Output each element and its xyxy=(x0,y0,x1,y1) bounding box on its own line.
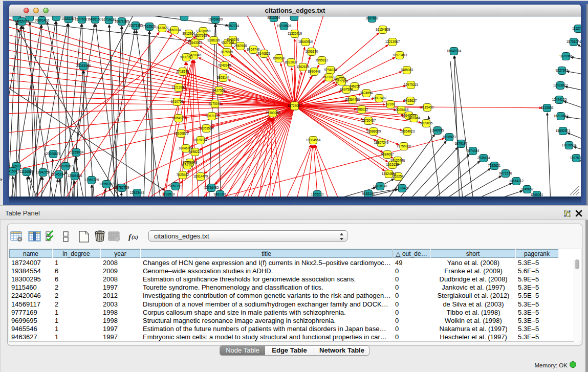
svg-text:8912954: 8912954 xyxy=(183,32,195,35)
svg-text:16543362: 16543362 xyxy=(188,41,203,45)
svg-text:5498222: 5498222 xyxy=(189,150,202,154)
svg-text:9899695: 9899695 xyxy=(420,121,433,125)
svg-text:9857791: 9857791 xyxy=(169,184,182,188)
svg-text:3624554: 3624554 xyxy=(360,91,373,95)
svg-text:9463627: 9463627 xyxy=(404,99,417,102)
svg-text:12213382: 12213382 xyxy=(171,85,186,89)
svg-text:16053809: 16053809 xyxy=(208,17,223,21)
svg-text:15692971: 15692971 xyxy=(556,129,571,133)
svg-text:2803144: 2803144 xyxy=(217,76,230,79)
svg-text:15716485: 15716485 xyxy=(204,186,219,189)
svg-text:16154808: 16154808 xyxy=(376,28,390,31)
svg-text:62160: 62160 xyxy=(386,102,395,106)
svg-text:8878334: 8878334 xyxy=(194,138,207,142)
svg-text:4170041: 4170041 xyxy=(209,102,222,105)
svg-text:9115460: 9115460 xyxy=(421,105,434,109)
svg-text:7625402: 7625402 xyxy=(177,173,189,177)
svg-text:6879197: 6879197 xyxy=(455,142,468,145)
svg-text:8186328: 8186328 xyxy=(208,38,221,42)
svg-text:7485063: 7485063 xyxy=(401,68,413,72)
svg-text:16210643: 16210643 xyxy=(554,114,569,118)
svg-text:12975115: 12975115 xyxy=(404,83,418,86)
svg-text:17957225: 17957225 xyxy=(84,178,99,182)
svg-text:7986322: 7986322 xyxy=(356,107,368,111)
svg-text:10688609: 10688609 xyxy=(366,129,381,133)
svg-text:8267110: 8267110 xyxy=(206,114,219,118)
svg-text:9084067: 9084067 xyxy=(381,152,394,156)
svg-text:9777169: 9777169 xyxy=(336,79,349,83)
svg-text:1293919: 1293919 xyxy=(162,192,175,196)
svg-text:13226058: 13226058 xyxy=(196,29,211,33)
svg-text:19654923: 19654923 xyxy=(400,129,415,133)
svg-text:10654112: 10654112 xyxy=(509,179,524,183)
svg-text:10025458: 10025458 xyxy=(394,108,409,112)
svg-text:19756928: 19756928 xyxy=(397,144,411,148)
svg-text:8215955: 8215955 xyxy=(541,106,554,110)
svg-text:7632621: 7632621 xyxy=(488,164,501,167)
svg-text:10120746: 10120746 xyxy=(390,159,405,162)
svg-text:1733426: 1733426 xyxy=(396,186,409,190)
svg-text:12942757: 12942757 xyxy=(36,170,51,174)
svg-text:18640910: 18640910 xyxy=(298,40,313,43)
svg-text:785011: 785011 xyxy=(11,164,22,168)
svg-text:17016504: 17016504 xyxy=(562,143,577,147)
svg-text:9474444: 9474444 xyxy=(467,149,480,152)
svg-text:20364436: 20364436 xyxy=(345,98,360,101)
svg-text:1640995: 1640995 xyxy=(431,128,444,132)
svg-text:11156829: 11156829 xyxy=(19,170,34,173)
svg-text:7663822: 7663822 xyxy=(156,26,169,30)
svg-text:1167533: 1167533 xyxy=(570,156,581,160)
svg-text:10671385: 10671385 xyxy=(128,24,143,27)
svg-text:14055721: 14055721 xyxy=(15,19,30,23)
svg-text:8990448: 8990448 xyxy=(308,70,321,73)
svg-text:9890163: 9890163 xyxy=(180,55,193,59)
svg-text:12444155: 12444155 xyxy=(552,98,567,101)
svg-text:16782759: 16782759 xyxy=(115,186,129,189)
svg-text:252254: 252254 xyxy=(393,174,404,178)
svg-text:1615152: 1615152 xyxy=(386,163,399,166)
svg-text:25300285: 25300285 xyxy=(266,111,280,115)
svg-text:2718176: 2718176 xyxy=(177,70,189,73)
svg-text:7955812: 7955812 xyxy=(316,58,329,62)
svg-text:9146821: 9146821 xyxy=(258,52,271,55)
svg-text:8454749: 8454749 xyxy=(247,48,260,51)
svg-text:1362615: 1362615 xyxy=(297,65,310,69)
svg-text:19218506: 19218506 xyxy=(277,24,292,28)
svg-text:9327505: 9327505 xyxy=(194,34,207,37)
svg-text:2087682: 2087682 xyxy=(366,16,379,20)
svg-text:12353594: 12353594 xyxy=(199,126,214,130)
svg-text:1696170: 1696170 xyxy=(306,50,318,53)
svg-text:10653267: 10653267 xyxy=(61,17,76,20)
svg-text:11325419: 11325419 xyxy=(288,32,302,35)
svg-text:15276021: 15276021 xyxy=(75,17,90,21)
svg-text:8322037: 8322037 xyxy=(285,60,298,64)
svg-text:1245001: 1245001 xyxy=(531,193,543,196)
svg-text:16671385: 16671385 xyxy=(115,19,129,23)
svg-text:6497568: 6497568 xyxy=(340,87,353,91)
svg-text:16914479: 16914479 xyxy=(193,174,208,178)
svg-text:12093872: 12093872 xyxy=(553,83,568,87)
svg-text:19384554: 19384554 xyxy=(306,138,321,142)
svg-text:8660124: 8660124 xyxy=(168,28,181,32)
svg-text:9462301: 9462301 xyxy=(214,192,227,196)
svg-text:12505135: 12505135 xyxy=(68,174,82,178)
svg-text:12213967: 12213967 xyxy=(385,40,400,43)
svg-text:9155101: 9155101 xyxy=(362,192,375,195)
svg-text:18807249: 18807249 xyxy=(374,141,389,144)
svg-text:20053346: 20053346 xyxy=(76,64,91,68)
svg-text:10807487: 10807487 xyxy=(372,96,387,100)
svg-text:1055210: 1055210 xyxy=(311,192,324,196)
svg-text:9329966: 9329966 xyxy=(560,54,573,58)
svg-text:9227343: 9227343 xyxy=(556,69,569,72)
svg-text:3157112: 3157112 xyxy=(181,163,194,167)
svg-text:10973493: 10973493 xyxy=(393,53,407,57)
svg-text:10975867: 10975867 xyxy=(58,164,73,168)
svg-text:12923448: 12923448 xyxy=(130,191,145,194)
svg-text:20206576: 20206576 xyxy=(46,152,61,156)
svg-text:8400464: 8400464 xyxy=(408,116,421,120)
svg-text:15751074: 15751074 xyxy=(567,40,581,43)
svg-text:(x): (x) xyxy=(132,234,138,240)
svg-text:15720407: 15720407 xyxy=(361,119,376,122)
svg-text:8427552: 8427552 xyxy=(213,89,226,92)
svg-text:9242848: 9242848 xyxy=(219,63,231,67)
